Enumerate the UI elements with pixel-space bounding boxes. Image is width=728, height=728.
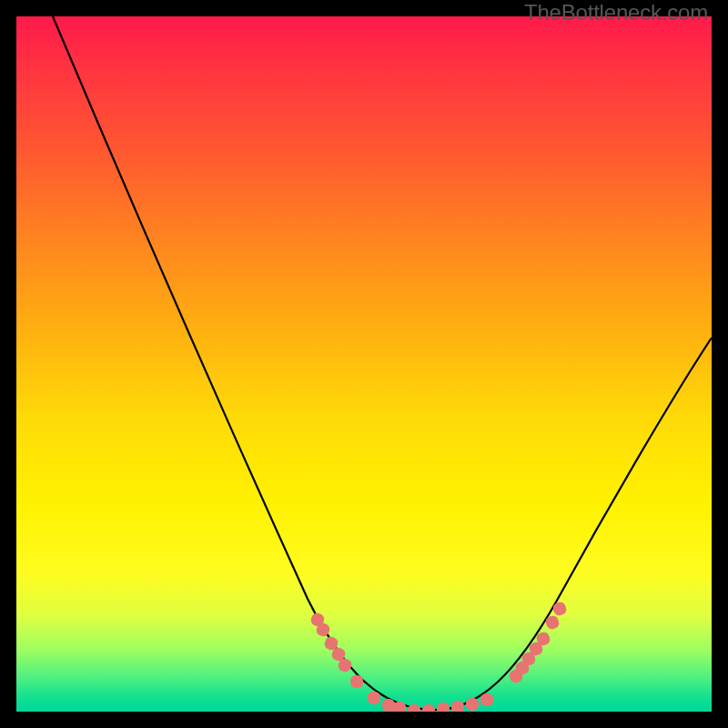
- curve-layer: [16, 16, 712, 712]
- svg-rect-5: [350, 675, 363, 688]
- svg-rect-10: [422, 704, 435, 712]
- svg-rect-14: [480, 693, 493, 706]
- svg-rect-12: [451, 701, 464, 712]
- svg-rect-7: [382, 699, 395, 712]
- svg-rect-11: [437, 703, 450, 712]
- marker-group: [309, 601, 568, 712]
- svg-rect-8: [393, 702, 406, 712]
- bottleneck-curve: [53, 16, 712, 710]
- svg-rect-21: [551, 601, 568, 617]
- svg-rect-9: [408, 704, 420, 712]
- svg-rect-13: [466, 698, 479, 711]
- chart-area: [16, 16, 712, 712]
- watermark-text: TheBottleneck.com: [524, 0, 708, 25]
- svg-rect-6: [368, 692, 380, 704]
